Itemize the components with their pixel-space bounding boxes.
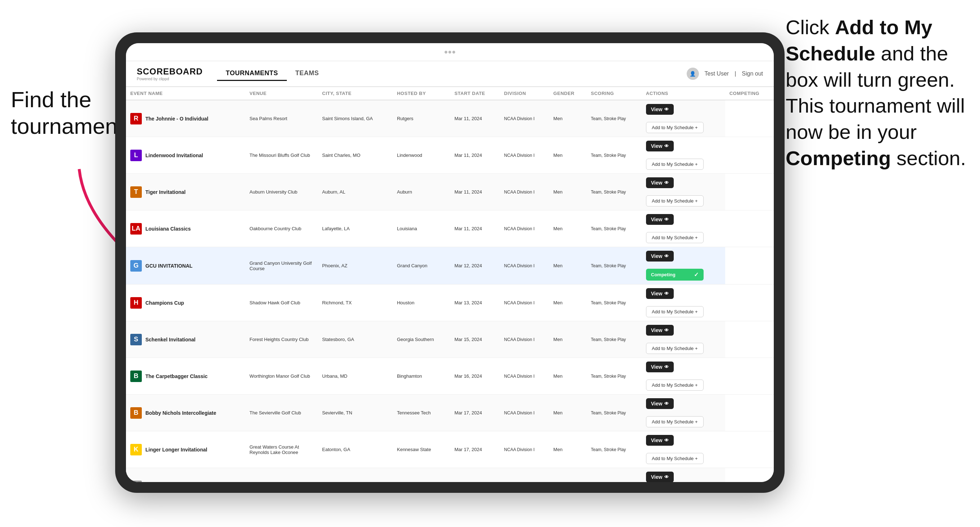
- annotation-bold1: Add to My Schedule: [786, 16, 932, 65]
- table-row: K Linger Longer Invitational Great Water…: [126, 431, 774, 468]
- add-to-schedule-button[interactable]: Add to My Schedule +: [646, 232, 703, 243]
- competing-cell: Add to My Schedule +: [642, 376, 725, 394]
- view-button[interactable]: View 👁: [646, 104, 674, 115]
- venue-cell: Forest Heights Country Club: [245, 321, 318, 358]
- team-logo: S: [130, 334, 142, 345]
- eye-icon: 👁: [664, 254, 669, 259]
- view-button[interactable]: View 👁: [646, 251, 674, 262]
- view-button[interactable]: View 👁: [646, 435, 674, 446]
- scoring-cell: Team, Stroke Play: [587, 431, 642, 468]
- add-to-schedule-button[interactable]: Add to My Schedule +: [646, 306, 703, 317]
- venue-cell: Sea Palms Resort: [245, 100, 318, 137]
- event-name: Bobby Nichols Intercollegiate: [145, 410, 216, 416]
- venue-cell: Shadow Hawk Golf Club: [245, 284, 318, 321]
- add-to-schedule-button[interactable]: Add to My Schedule +: [646, 343, 703, 354]
- tournaments-table-container: EVENT NAME VENUE CITY, STATE HOSTED BY S…: [126, 87, 774, 482]
- scoring-cell: Team, Stroke Play: [587, 100, 642, 137]
- venue-cell: Great Waters Course At Reynolds Lake Oco…: [245, 431, 318, 468]
- division-cell: NCAA Division I: [500, 174, 549, 210]
- team-logo: L: [130, 150, 142, 161]
- add-to-schedule-button[interactable]: Add to My Schedule +: [646, 379, 703, 390]
- view-button[interactable]: View 👁: [646, 362, 674, 372]
- gender-cell: Men: [549, 395, 587, 431]
- table-header-row: EVENT NAME VENUE CITY, STATE HOSTED BY S…: [126, 87, 774, 100]
- competing-cell: Add to My Schedule +: [642, 155, 725, 173]
- table-row: B The Carpetbagger Classic Worthington M…: [126, 358, 774, 395]
- annotation-bold2: Competing: [786, 147, 891, 170]
- logo-area: SCOREBOARD Powered by clippd: [137, 67, 203, 81]
- date-cell: Mar 11, 2024: [450, 210, 500, 247]
- col-actions: ACTIONS: [642, 87, 725, 100]
- gender-cell: Men: [549, 321, 587, 358]
- col-event-name: EVENT NAME: [126, 87, 245, 100]
- division-cell: NCAA Division I: [500, 431, 549, 468]
- view-button[interactable]: View 👁: [646, 325, 674, 336]
- event-name-cell-2: T Tiger Invitational: [126, 174, 245, 210]
- actions-cell: View 👁: [642, 468, 725, 482]
- col-division: DIVISION: [500, 87, 549, 100]
- table-row: T Tiger Invitational Auburn University C…: [126, 174, 774, 210]
- actions-cell: View 👁: [642, 247, 725, 265]
- scoring-cell: Team, Stroke Play: [587, 137, 642, 174]
- app-content: SCOREBOARD Powered by clippd TOURNAMENTS…: [126, 61, 774, 482]
- view-button[interactable]: View 👁: [646, 214, 674, 225]
- team-logo: B: [130, 407, 142, 419]
- view-button[interactable]: View 👁: [646, 141, 674, 151]
- header-separator: |: [735, 70, 736, 77]
- event-name-cell-4: G GCU INVITATIONAL: [126, 247, 245, 284]
- add-to-schedule-button[interactable]: Add to My Schedule +: [646, 195, 703, 206]
- col-competing: COMPETING: [725, 87, 774, 100]
- competing-button[interactable]: Competing✓: [646, 269, 703, 281]
- venue-cell: The Missouri Bluffs Golf Club: [245, 137, 318, 174]
- event-name-cell-0: R The Johnnie - O Individual: [126, 100, 245, 137]
- event-name: Tiger Invitational: [145, 189, 186, 195]
- division-cell: NCAA Division I: [500, 284, 549, 321]
- team-logo: G: [130, 260, 142, 271]
- event-name: Linger Longer Invitational: [145, 447, 207, 452]
- event-name-cell-6: S Schenkel Invitational: [126, 321, 245, 358]
- division-cell: NCAA Division I: [500, 210, 549, 247]
- scoring-cell: Team, Stroke Play: [587, 321, 642, 358]
- app-header: SCOREBOARD Powered by clippd TOURNAMENTS…: [126, 61, 774, 87]
- logo-title: SCOREBOARD: [137, 67, 203, 77]
- city-cell: [318, 468, 393, 483]
- view-button[interactable]: View 👁: [646, 177, 674, 188]
- venue-cell: Oakbourne Country Club: [245, 210, 318, 247]
- add-to-schedule-button[interactable]: Add to My Schedule +: [646, 122, 703, 133]
- actions-cell: View 👁: [642, 431, 725, 449]
- view-button[interactable]: View 👁: [646, 288, 674, 299]
- table-row: S Schenkel Invitational Forest Heights C…: [126, 321, 774, 358]
- division-cell: NCAA Division I: [500, 137, 549, 174]
- nav-tab-teams[interactable]: TEAMS: [287, 67, 328, 81]
- col-venue: VENUE: [245, 87, 318, 100]
- user-name: Test User: [705, 70, 729, 77]
- add-to-schedule-button[interactable]: Add to My Schedule +: [646, 159, 703, 170]
- venue-cell: Auburn University Club: [245, 174, 318, 210]
- view-button[interactable]: View 👁: [646, 398, 674, 409]
- actions-cell: View 👁: [642, 210, 725, 229]
- gender-cell: Men: [549, 137, 587, 174]
- view-button[interactable]: View 👁: [646, 471, 674, 482]
- gender-cell: Men: [549, 174, 587, 210]
- actions-cell: View 👁: [642, 100, 725, 118]
- tablet-frame: ●●● SCOREBOARD Powered by clippd TOURNAM…: [115, 32, 784, 493]
- scoring-cell: Team, Stroke Play: [587, 358, 642, 395]
- city-cell: Auburn, AL: [318, 174, 393, 210]
- division-cell: NCAA: [500, 468, 549, 483]
- team-logo: K: [130, 444, 142, 456]
- add-to-schedule-button[interactable]: Add to My Schedule +: [646, 453, 703, 464]
- eye-icon: 👁: [664, 364, 669, 370]
- gender-cell: Men: [549, 284, 587, 321]
- nav-tab-tournaments[interactable]: TOURNAMENTS: [217, 67, 286, 81]
- hosted-cell: Houston: [393, 284, 450, 321]
- add-to-schedule-button[interactable]: Add to My Schedule +: [646, 416, 703, 427]
- division-cell: NCAA Division I: [500, 395, 549, 431]
- venue-cell: Grand Canyon University Golf Course: [245, 247, 318, 284]
- actions-cell: View 👁: [642, 358, 725, 376]
- sign-out-link[interactable]: Sign out: [742, 70, 763, 77]
- event-name: Lindenwood Invitational: [145, 152, 203, 158]
- annotation-left: Find the tournament.: [11, 86, 126, 140]
- competing-cell: Competing✓: [642, 265, 725, 284]
- nav-tabs: TOURNAMENTS TEAMS: [217, 67, 328, 81]
- competing-cell: Add to My Schedule +: [642, 118, 725, 137]
